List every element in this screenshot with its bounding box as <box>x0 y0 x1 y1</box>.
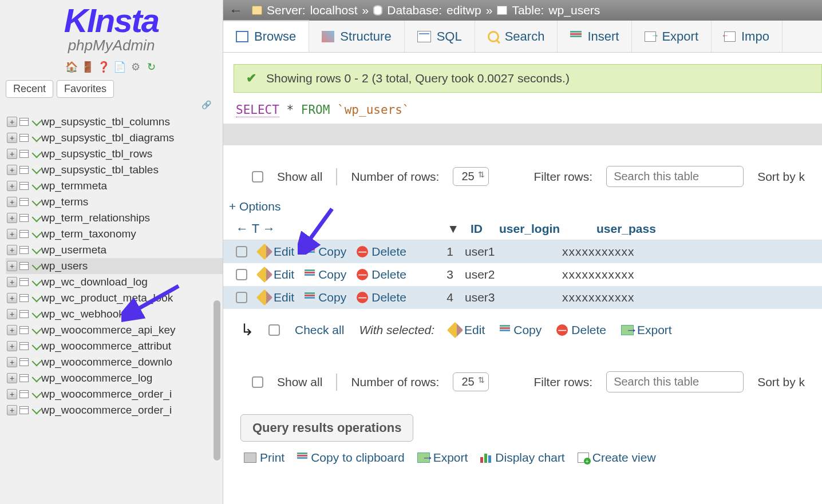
expand-icon[interactable]: + <box>7 373 17 383</box>
row-checkbox[interactable] <box>236 246 247 257</box>
tab-insert[interactable]: Insert <box>558 21 632 52</box>
home-icon[interactable]: 🏠 <box>65 61 78 73</box>
tree-item-wp_supsystic_tbl_rows[interactable]: +wp_supsystic_tbl_rows <box>6 146 223 162</box>
expand-icon[interactable]: + <box>7 165 17 175</box>
options-link[interactable]: + Options <box>223 195 822 216</box>
expand-icon[interactable]: + <box>7 229 17 239</box>
num-rows-select-2[interactable]: 25 <box>453 372 488 391</box>
num-rows-label: Number of rows: <box>351 170 439 184</box>
row-checkbox[interactable] <box>236 269 247 280</box>
copy-action[interactable]: Copy <box>305 291 346 304</box>
favorites-button[interactable]: Favorites <box>57 80 114 98</box>
tree-item-wp_supsystic_tbl_diagrams[interactable]: +wp_supsystic_tbl_diagrams <box>6 130 223 146</box>
tree-item-wp_supsystic_tbl_columns[interactable]: +wp_supsystic_tbl_columns <box>6 114 223 130</box>
tree-item-wp_woocommerce_attribut[interactable]: +wp_woocommerce_attribut <box>6 338 223 354</box>
copy-action[interactable]: Copy <box>305 268 346 281</box>
edit-action[interactable]: Edit <box>259 268 294 281</box>
success-text: Showing rows 0 - 2 (3 total, Query took … <box>266 72 570 85</box>
delete-action[interactable]: —Delete <box>357 268 406 281</box>
create-view-action[interactable]: Create view <box>578 451 656 465</box>
help-icon[interactable]: ❓ <box>97 61 110 73</box>
sql-icon[interactable]: 📄 <box>113 61 126 73</box>
expand-icon[interactable]: + <box>7 213 17 223</box>
link-icon[interactable]: 🔗 <box>0 100 223 112</box>
expand-icon[interactable]: + <box>7 149 17 159</box>
check-all-checkbox[interactable] <box>268 324 280 336</box>
expand-icon[interactable]: + <box>7 405 17 415</box>
tab-structure[interactable]: Structure <box>309 21 404 52</box>
tree-item-wp_woocommerce_downlo[interactable]: +wp_woocommerce_downlo <box>6 354 223 370</box>
tree-item-wp_termmeta[interactable]: +wp_termmeta <box>6 178 223 194</box>
export-action[interactable]: Export <box>417 451 468 465</box>
sort-arrows[interactable]: ← T → <box>236 221 293 236</box>
bulk-edit[interactable]: Edit <box>449 323 485 337</box>
edit-action[interactable]: Edit <box>259 291 294 304</box>
tab-import[interactable]: Impo <box>712 21 783 52</box>
tree-item-wp_supsystic_tbl_tables[interactable]: +wp_supsystic_tbl_tables <box>6 162 223 178</box>
expand-icon[interactable]: + <box>7 117 17 127</box>
show-all-checkbox-2[interactable] <box>252 376 263 388</box>
expand-icon[interactable]: + <box>7 277 17 287</box>
expand-icon[interactable]: + <box>7 245 17 255</box>
delete-action[interactable]: —Delete <box>357 291 406 304</box>
tree-item-wp_term_relationships[interactable]: +wp_term_relationships <box>6 210 223 226</box>
col-id[interactable]: ID <box>471 222 499 236</box>
expand-icon[interactable]: + <box>7 197 17 207</box>
tree-item-wp_woocommerce_order_i[interactable]: +wp_woocommerce_order_i <box>6 386 223 402</box>
chart-action[interactable]: Display chart <box>480 451 564 465</box>
delete-action[interactable]: —Delete <box>357 245 406 259</box>
table-mini-icon <box>19 166 29 174</box>
scrollbar-thumb[interactable] <box>214 300 220 461</box>
sort-caret[interactable]: ▼ <box>293 222 471 236</box>
expand-icon[interactable]: + <box>7 389 17 399</box>
tree-item-wp_woocommerce_order_i[interactable]: +wp_woocommerce_order_i <box>6 402 223 418</box>
expand-icon[interactable]: + <box>7 309 17 319</box>
reload-icon[interactable]: ↻ <box>145 61 158 73</box>
recent-button[interactable]: Recent <box>6 80 53 98</box>
edit-action[interactable]: Edit <box>259 245 294 259</box>
db-name[interactable]: editwp <box>446 3 481 17</box>
tab-search[interactable]: Search <box>475 21 558 52</box>
table-name[interactable]: wp_users <box>548 3 600 17</box>
server-name[interactable]: localhost <box>310 3 358 17</box>
bulk-copy[interactable]: Copy <box>500 323 542 337</box>
show-all-checkbox[interactable] <box>252 171 263 182</box>
bulk-export[interactable]: Export <box>621 323 672 337</box>
expand-icon[interactable]: + <box>7 133 17 143</box>
logout-icon[interactable]: 🚪 <box>81 61 94 73</box>
expand-icon[interactable]: + <box>7 293 17 303</box>
tree-item-wp_woocommerce_api_key[interactable]: +wp_woocommerce_api_key <box>6 322 223 338</box>
col-user-pass[interactable]: user_pass <box>596 222 816 236</box>
check-all-label[interactable]: Check all <box>295 323 344 337</box>
expand-icon[interactable]: + <box>7 341 17 351</box>
tree-item-wp_terms[interactable]: +wp_terms <box>6 194 223 210</box>
tree-item-wp_wc_download_log[interactable]: +wp_wc_download_log <box>6 274 223 290</box>
print-action[interactable]: Print <box>244 451 284 465</box>
tab-export[interactable]: Export <box>632 21 712 52</box>
settings-icon[interactable]: ⚙ <box>129 61 142 73</box>
tab-sql[interactable]: SQL <box>405 21 475 52</box>
table-name-label: wp_woocommerce_order_i <box>41 388 172 400</box>
num-rows-select[interactable]: 25 <box>453 167 488 186</box>
table-tree[interactable]: +wp_supsystic_tbl_columns+wp_supsystic_t… <box>0 112 223 504</box>
tree-item-wp_woocommerce_log[interactable]: +wp_woocommerce_log <box>6 370 223 386</box>
tree-item-wp_term_taxonomy[interactable]: +wp_term_taxonomy <box>6 226 223 242</box>
tree-item-wp_wc_product_meta_look[interactable]: +wp_wc_product_meta_look <box>6 290 223 306</box>
bulk-delete[interactable]: —Delete <box>556 323 606 337</box>
filter-input[interactable] <box>606 166 744 187</box>
back-button[interactable]: ← <box>229 2 243 18</box>
tab-browse[interactable]: Browse <box>223 20 309 52</box>
filter-input-2[interactable] <box>606 371 744 392</box>
expand-icon[interactable]: + <box>7 181 17 191</box>
divider <box>336 168 337 185</box>
expand-icon[interactable]: + <box>7 261 17 271</box>
row-checkbox[interactable] <box>236 292 247 303</box>
copy-clipboard-action[interactable]: Copy to clipboard <box>297 451 404 465</box>
col-user-login[interactable]: user_login <box>499 222 596 236</box>
copy-action[interactable]: Copy <box>305 245 346 259</box>
expand-icon[interactable]: + <box>7 357 17 367</box>
tree-item-wp_users[interactable]: +wp_users <box>6 258 223 274</box>
expand-icon[interactable]: + <box>7 325 17 335</box>
tree-item-wp_wc_webhooks[interactable]: +wp_wc_webhooks <box>6 306 223 322</box>
tree-item-wp_usermeta[interactable]: +wp_usermeta <box>6 242 223 258</box>
